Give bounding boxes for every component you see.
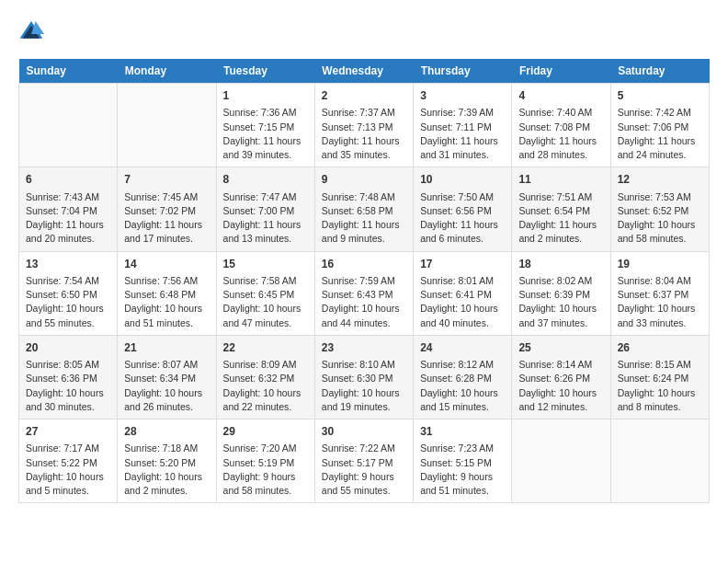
calendar-cell: 20Sunrise: 8:05 AMSunset: 6:36 PMDayligh… bbox=[19, 335, 118, 419]
day-detail: Sunset: 6:39 PM bbox=[518, 288, 603, 302]
calendar-cell bbox=[19, 84, 118, 167]
day-detail: Sunset: 7:06 PM bbox=[618, 121, 702, 134]
day-detail: Daylight: 10 hours and 30 minutes. bbox=[26, 386, 110, 414]
day-detail: Sunrise: 7:43 AM bbox=[26, 190, 110, 204]
calendar-cell bbox=[118, 84, 216, 167]
day-detail: Sunrise: 7:58 AM bbox=[223, 274, 308, 288]
day-detail: Daylight: 10 hours and 5 minutes. bbox=[26, 470, 110, 498]
day-detail: Sunset: 6:54 PM bbox=[518, 204, 603, 218]
day-detail: Sunset: 7:08 PM bbox=[518, 121, 603, 134]
day-detail: Sunset: 6:43 PM bbox=[322, 288, 406, 302]
day-number: 8 bbox=[223, 172, 308, 188]
day-number: 6 bbox=[26, 172, 110, 188]
day-detail: Sunset: 6:32 PM bbox=[223, 372, 308, 385]
day-detail: Sunrise: 8:09 AM bbox=[223, 358, 308, 372]
calendar-week-row: 6Sunrise: 7:43 AMSunset: 7:04 PMDaylight… bbox=[19, 167, 710, 251]
day-detail: Sunrise: 8:04 AM bbox=[618, 274, 702, 288]
calendar-cell: 26Sunrise: 8:15 AMSunset: 6:24 PMDayligh… bbox=[610, 335, 709, 419]
calendar-cell bbox=[512, 419, 610, 503]
day-detail: Sunrise: 7:37 AM bbox=[322, 106, 406, 120]
day-detail: Sunset: 5:15 PM bbox=[420, 456, 505, 470]
calendar-cell: 13Sunrise: 7:54 AMSunset: 6:50 PMDayligh… bbox=[19, 251, 118, 335]
day-detail: Sunrise: 8:05 AM bbox=[26, 358, 110, 372]
calendar-cell: 12Sunrise: 7:53 AMSunset: 6:52 PMDayligh… bbox=[610, 167, 709, 251]
day-number: 10 bbox=[420, 172, 505, 188]
day-detail: Daylight: 11 hours and 2 minutes. bbox=[518, 218, 603, 246]
calendar-cell bbox=[610, 419, 709, 503]
day-number: 27 bbox=[26, 424, 110, 440]
day-detail: Sunrise: 8:07 AM bbox=[124, 358, 209, 372]
day-detail: Sunset: 5:20 PM bbox=[124, 456, 209, 470]
day-detail: Sunset: 6:56 PM bbox=[420, 204, 505, 218]
day-detail: Daylight: 11 hours and 28 minutes. bbox=[518, 134, 603, 162]
logo bbox=[18, 18, 48, 44]
day-detail: Sunrise: 7:51 AM bbox=[518, 190, 603, 204]
day-detail: Daylight: 10 hours and 12 minutes. bbox=[518, 386, 603, 414]
day-detail: Daylight: 10 hours and 19 minutes. bbox=[322, 386, 406, 414]
day-number: 13 bbox=[26, 257, 110, 272]
calendar-table: SundayMondayTuesdayWednesdayThursdayFrid… bbox=[18, 59, 710, 503]
day-detail: Daylight: 10 hours and 58 minutes. bbox=[618, 218, 702, 246]
day-detail: Sunset: 7:02 PM bbox=[124, 204, 209, 218]
day-detail: Daylight: 11 hours and 13 minutes. bbox=[223, 218, 308, 246]
day-number: 9 bbox=[322, 172, 406, 188]
weekday-header: Tuesday bbox=[216, 59, 314, 84]
day-detail: Sunset: 5:22 PM bbox=[26, 456, 110, 470]
day-number: 17 bbox=[420, 257, 505, 272]
day-detail: Sunset: 6:41 PM bbox=[420, 288, 505, 302]
weekday-header: Thursday bbox=[414, 59, 512, 84]
day-number: 25 bbox=[518, 340, 603, 356]
calendar-week-row: 20Sunrise: 8:05 AMSunset: 6:36 PMDayligh… bbox=[19, 335, 710, 419]
day-detail: Sunrise: 7:56 AM bbox=[124, 274, 209, 288]
calendar-cell: 11Sunrise: 7:51 AMSunset: 6:54 PMDayligh… bbox=[512, 167, 610, 251]
day-number: 11 bbox=[518, 172, 603, 188]
day-detail: Sunset: 6:37 PM bbox=[618, 288, 702, 302]
day-number: 30 bbox=[322, 424, 406, 440]
calendar-cell: 17Sunrise: 8:01 AMSunset: 6:41 PMDayligh… bbox=[414, 251, 512, 335]
day-detail: Sunset: 6:28 PM bbox=[420, 372, 505, 385]
day-number: 19 bbox=[618, 257, 702, 272]
calendar-cell: 24Sunrise: 8:12 AMSunset: 6:28 PMDayligh… bbox=[414, 335, 512, 419]
day-number: 20 bbox=[26, 340, 110, 356]
calendar-header: SundayMondayTuesdayWednesdayThursdayFrid… bbox=[19, 59, 710, 84]
day-detail: Daylight: 10 hours and 8 minutes. bbox=[618, 386, 702, 414]
day-number: 16 bbox=[322, 257, 406, 272]
day-number: 12 bbox=[618, 172, 702, 188]
weekday-header: Friday bbox=[512, 59, 610, 84]
day-detail: Sunrise: 8:15 AM bbox=[618, 358, 702, 372]
day-detail: Daylight: 9 hours and 58 minutes. bbox=[223, 470, 308, 498]
weekday-header: Monday bbox=[118, 59, 216, 84]
day-detail: Sunset: 7:04 PM bbox=[26, 204, 110, 218]
calendar-week-row: 27Sunrise: 7:17 AMSunset: 5:22 PMDayligh… bbox=[19, 419, 710, 503]
day-detail: Sunrise: 8:02 AM bbox=[518, 274, 603, 288]
calendar-cell: 19Sunrise: 8:04 AMSunset: 6:37 PMDayligh… bbox=[610, 251, 709, 335]
calendar-cell: 3Sunrise: 7:39 AMSunset: 7:11 PMDaylight… bbox=[414, 84, 512, 167]
weekday-header: Sunday bbox=[19, 59, 118, 84]
calendar-body: 1Sunrise: 7:36 AMSunset: 7:15 PMDaylight… bbox=[19, 84, 710, 503]
day-detail: Sunset: 6:36 PM bbox=[26, 372, 110, 385]
day-detail: Sunset: 7:11 PM bbox=[420, 121, 505, 134]
calendar-cell: 10Sunrise: 7:50 AMSunset: 6:56 PMDayligh… bbox=[414, 167, 512, 251]
day-detail: Sunrise: 7:20 AM bbox=[223, 442, 308, 455]
day-detail: Sunrise: 8:01 AM bbox=[420, 274, 505, 288]
logo-icon bbox=[18, 18, 44, 44]
day-detail: Sunset: 6:48 PM bbox=[124, 288, 209, 302]
day-number: 28 bbox=[124, 424, 209, 440]
day-number: 18 bbox=[518, 257, 603, 272]
calendar-cell: 30Sunrise: 7:22 AMSunset: 5:17 PMDayligh… bbox=[314, 419, 413, 503]
day-detail: Sunset: 6:58 PM bbox=[322, 204, 406, 218]
calendar-cell: 2Sunrise: 7:37 AMSunset: 7:13 PMDaylight… bbox=[314, 84, 413, 167]
day-detail: Sunrise: 8:10 AM bbox=[322, 358, 406, 372]
day-detail: Daylight: 11 hours and 31 minutes. bbox=[420, 134, 505, 162]
day-detail: Sunset: 6:52 PM bbox=[618, 204, 702, 218]
page-header bbox=[18, 18, 710, 44]
day-detail: Daylight: 10 hours and 47 minutes. bbox=[223, 302, 308, 329]
day-number: 7 bbox=[124, 172, 209, 188]
day-detail: Sunset: 6:45 PM bbox=[223, 288, 308, 302]
day-detail: Daylight: 11 hours and 39 minutes. bbox=[223, 134, 308, 162]
day-detail: Sunset: 6:24 PM bbox=[618, 372, 702, 385]
day-detail: Daylight: 11 hours and 20 minutes. bbox=[26, 218, 110, 246]
day-number: 23 bbox=[322, 340, 406, 356]
calendar-cell: 31Sunrise: 7:23 AMSunset: 5:15 PMDayligh… bbox=[414, 419, 512, 503]
day-detail: Daylight: 10 hours and 2 minutes. bbox=[124, 470, 209, 498]
